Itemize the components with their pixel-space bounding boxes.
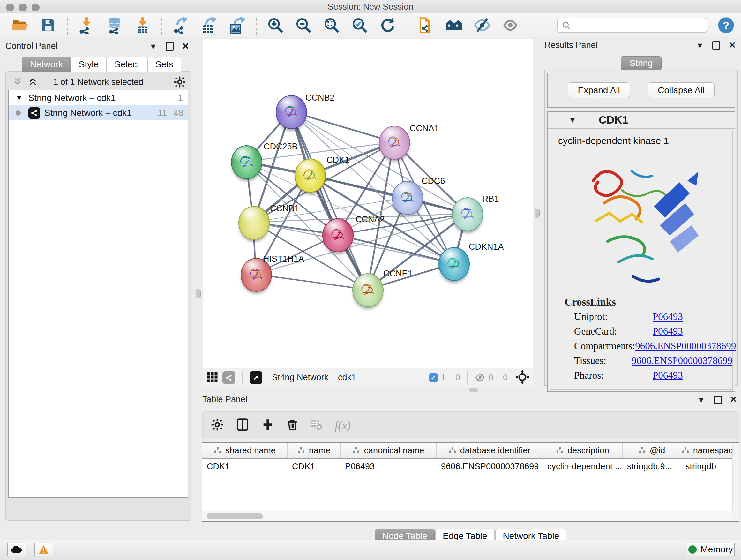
network-canvas[interactable]: CCNB2CCNA1CDC25BCDK1CDC6RB1CCNB1CCNA2CDK… (203, 39, 533, 369)
column-header-5[interactable]: @id (623, 442, 681, 458)
column-type-icon (297, 447, 305, 454)
zoom-in-button[interactable] (266, 16, 285, 35)
export-image-button[interactable] (228, 16, 246, 35)
fit-content-button[interactable] (515, 370, 529, 385)
collapse-panel-icon[interactable]: ▼ (149, 43, 157, 51)
node-cdc6[interactable] (392, 181, 423, 215)
warnings-button[interactable] (34, 543, 53, 556)
first-neighbors-button[interactable] (445, 16, 463, 35)
crosslink-row-1: GeneCard:P06493 (550, 324, 732, 339)
open-session-button[interactable] (11, 16, 29, 35)
selected-counts: 1 – 0 (441, 373, 460, 382)
left-splitter[interactable] (194, 39, 202, 387)
detach-view-button[interactable] (250, 371, 262, 384)
float-panel-icon[interactable] (714, 395, 722, 404)
crosslink-link[interactable]: 9606.ENSP00000378699 (635, 340, 736, 352)
create-column-button[interactable] (261, 418, 274, 432)
show-columns-button[interactable] (236, 418, 249, 433)
tab-string-results[interactable]: String (621, 56, 661, 70)
export-network-button[interactable] (172, 16, 190, 35)
table-cell-6[interactable]: stringdb (681, 459, 738, 475)
crosslink-link[interactable]: P06493 (653, 311, 683, 322)
network-overview-button[interactable] (222, 371, 235, 384)
edge-hist1h1a-ccne1[interactable] (256, 274, 367, 290)
vertical-scrollbar[interactable] (732, 442, 739, 521)
crosslinks-list: Uniprot:P06493GeneCard:P06493Compartment… (550, 309, 732, 383)
node-ccnb2[interactable] (276, 95, 307, 129)
collection-expand-caret[interactable]: ▼ (16, 94, 23, 102)
column-header-4[interactable]: description (543, 442, 623, 458)
table-cell-2[interactable]: P06493 (340, 459, 436, 475)
save-session-button[interactable] (39, 16, 57, 35)
table-options-button[interactable] (211, 418, 224, 432)
float-panel-icon[interactable] (165, 42, 174, 51)
export-table-button[interactable] (200, 16, 218, 35)
table-cell-5[interactable]: stringdb:9... (623, 459, 681, 475)
import-network-file-button[interactable] (77, 16, 96, 35)
delete-column-button[interactable] (286, 418, 298, 432)
node-count: 11 (158, 108, 167, 118)
hide-selected-button[interactable] (473, 16, 491, 35)
close-panel-icon[interactable]: ✕ (182, 42, 189, 51)
save-floppy-icon (40, 17, 56, 33)
export-table-icon (200, 17, 218, 34)
zoom-fit-button[interactable] (322, 16, 341, 35)
column-header-3[interactable]: database identifier (436, 442, 543, 458)
right-splitter[interactable] (533, 39, 541, 387)
collapse-all-button[interactable]: Collapse All (648, 82, 714, 98)
table-cell-0[interactable]: CDK1 (202, 459, 287, 475)
node-cdkn1a[interactable] (439, 247, 470, 281)
table-cell-4[interactable]: cyclin-dependent ... (543, 459, 623, 475)
close-panel-icon[interactable]: ✕ (729, 41, 736, 50)
search-input[interactable] (557, 17, 707, 33)
show-all-button[interactable] (501, 16, 520, 35)
node-rb1[interactable] (452, 197, 483, 231)
zoom-out-button[interactable] (294, 16, 313, 35)
expand-all-button[interactable]: Expand All (568, 82, 630, 98)
network-options-gear-icon[interactable] (174, 76, 186, 89)
table-cell-1[interactable]: CDK1 (287, 459, 340, 475)
scrollbar-thumb[interactable] (207, 513, 263, 519)
crosslink-link[interactable]: 9606.ENSP00000378699 (631, 355, 732, 367)
node-cdk1[interactable] (294, 159, 326, 192)
node-ccnb1[interactable] (239, 206, 270, 240)
column-header-0[interactable]: shared name (202, 442, 287, 458)
help-button[interactable]: ? (717, 16, 735, 35)
crosslink-link[interactable]: P06493 (653, 370, 683, 381)
gene-card-header[interactable]: ▼ CDK1 (548, 112, 735, 129)
apply-layout-button[interactable] (379, 16, 397, 35)
node-ccna1[interactable] (379, 126, 410, 160)
tab-style[interactable]: Style (71, 57, 107, 71)
import-network-database-button[interactable] (105, 16, 124, 35)
right-splitter-handle[interactable] (535, 209, 540, 218)
float-panel-icon[interactable] (712, 41, 720, 50)
network-collection-row[interactable]: ▼ String Network – cdk1 1 (9, 90, 188, 105)
collapse-panel-icon[interactable]: ▼ (696, 42, 704, 50)
network-row-selected[interactable]: String Network – cdk1 11 48 (9, 105, 188, 120)
node-ccne1[interactable] (352, 273, 384, 307)
table-row[interactable]: CDK1CDK1P064939606.ENSP00000378699cyclin… (202, 459, 739, 475)
show-grid-button[interactable] (206, 371, 218, 384)
node-cdc25b[interactable] (231, 145, 262, 179)
selected-checkbox-icon[interactable]: ✓ (429, 373, 438, 382)
cloud-status-button[interactable] (7, 543, 26, 556)
zoom-selected-button[interactable] (350, 16, 369, 35)
table-cell-3[interactable]: 9606.ENSP00000378699 (436, 459, 543, 475)
horizontal-splitter-handle[interactable] (469, 388, 478, 392)
memory-button[interactable]: Memory (687, 543, 735, 556)
column-header-6[interactable]: namespace (681, 442, 738, 458)
node-ccna2[interactable] (322, 219, 354, 252)
tab-sets[interactable]: Sets (147, 57, 181, 71)
crosslink-link[interactable]: P06493 (653, 326, 683, 337)
collapse-panel-icon[interactable]: ▼ (697, 396, 705, 404)
tab-select[interactable]: Select (107, 57, 147, 71)
tab-network[interactable]: Network (22, 57, 71, 71)
close-panel-icon[interactable]: ✕ (730, 395, 737, 404)
string-import-button[interactable] (417, 16, 435, 35)
column-header-2[interactable]: canonical name (340, 442, 436, 458)
import-table-file-button[interactable] (133, 16, 152, 35)
left-splitter-handle[interactable] (196, 289, 201, 298)
horizontal-scrollbar[interactable] (202, 511, 733, 521)
column-header-1[interactable]: name (287, 442, 340, 458)
gene-card-caret[interactable]: ▼ (569, 116, 576, 125)
